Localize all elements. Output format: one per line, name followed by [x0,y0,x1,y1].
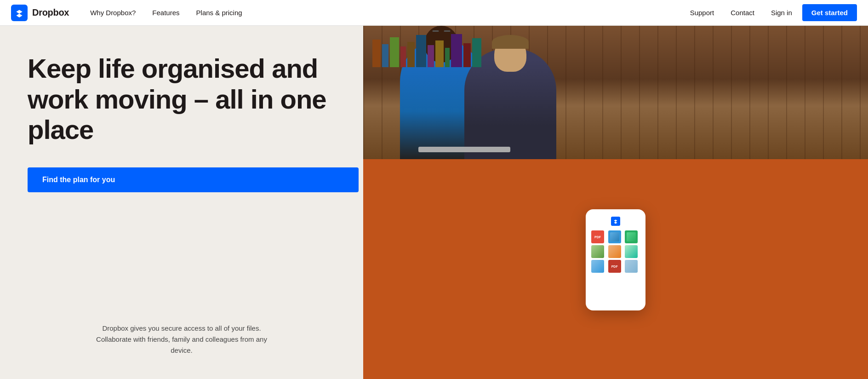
book [372,40,381,67]
hero-section: Keep life organised and work moving – al… [28,53,336,304]
get-started-button[interactable]: Get started [802,4,857,21]
phone-mockup: PDF PDF [586,209,645,310]
book [451,34,462,67]
laptop [418,147,510,152]
left-panel: Keep life organised and work moving – al… [0,26,363,379]
phone-dropbox-icon [611,217,620,226]
hero-title: Keep life organised and work moving – al… [28,53,336,145]
book [463,43,471,67]
nav-why-dropbox[interactable]: Why Dropbox? [84,5,142,20]
nav-features[interactable]: Features [146,5,186,20]
book [428,45,434,67]
navbar-right: Support Contact Sign in Get started [684,4,857,21]
book [407,42,415,67]
file-item: PDF [591,230,604,243]
book [416,35,426,67]
bookshelves [363,30,868,67]
phone-dropbox-logo [591,217,640,226]
navbar: Dropbox Why Dropbox? Features Plans & pr… [0,0,868,26]
book [472,38,481,67]
file-item [625,230,638,243]
navbar-nav: Why Dropbox? Features Plans & pricing [84,5,684,20]
file-item [591,260,604,273]
phone-files-grid: PDF PDF [591,230,640,273]
right-panel: PDF PDF [363,26,868,379]
hero-image [363,26,868,159]
file-item: PDF [608,260,621,273]
nav-support[interactable]: Support [684,5,721,20]
file-item [625,245,638,258]
brand-name: Dropbox [32,7,69,18]
find-plan-button[interactable]: Find the plan for you [28,167,359,192]
nav-sign-in[interactable]: Sign in [765,5,799,20]
hero-subtext: Dropbox gives you secure access to all o… [28,323,336,356]
orange-section: PDF PDF [363,159,868,379]
file-item [625,260,638,273]
book [390,37,399,67]
nav-contact[interactable]: Contact [724,5,761,20]
file-item [608,230,621,243]
main-content: Keep life organised and work moving – al… [0,26,868,379]
file-item [591,245,604,258]
book [382,44,388,67]
book [445,48,450,67]
dropbox-icon [11,5,28,21]
nav-plans-pricing[interactable]: Plans & pricing [190,5,249,20]
book [435,40,444,67]
navbar-logo[interactable]: Dropbox [11,5,69,21]
book [400,46,406,67]
file-item [608,245,621,258]
library-background [363,26,868,159]
